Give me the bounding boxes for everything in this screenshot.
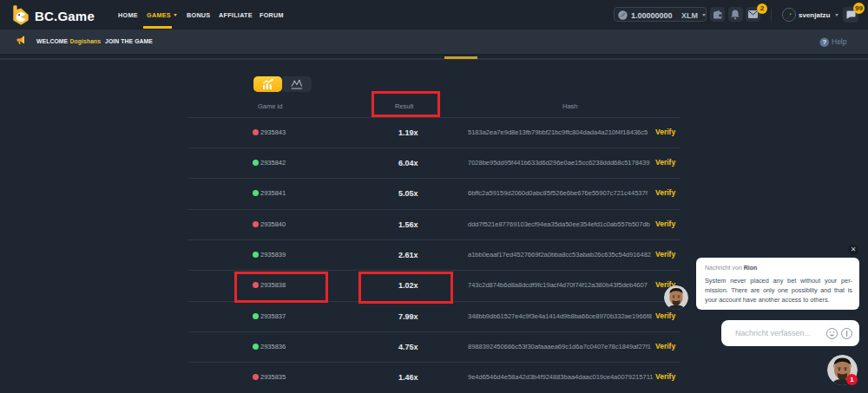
svg-text:?: ?: [822, 38, 826, 46]
